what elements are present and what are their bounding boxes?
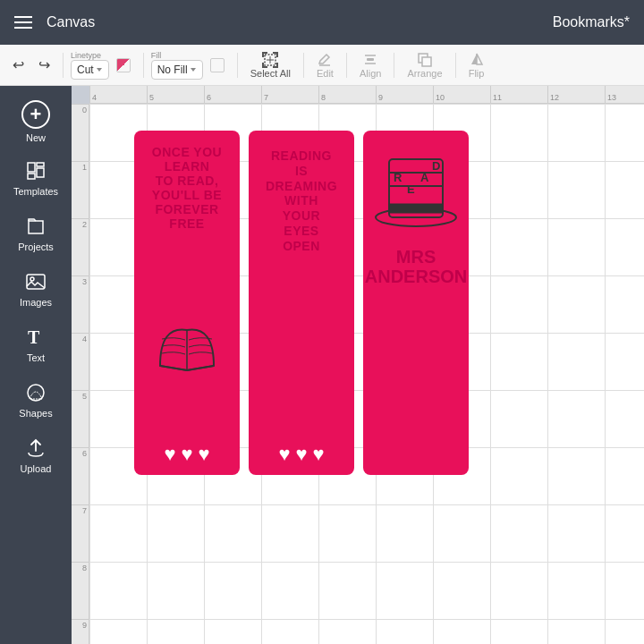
redo-button[interactable]: ↪	[33, 53, 55, 77]
select-all-label: Select All	[250, 68, 291, 79]
templates-label: Templates	[13, 186, 58, 197]
flip-label: Flip	[469, 68, 485, 79]
svg-marker-0	[97, 68, 102, 72]
svg-marker-11	[477, 54, 482, 64]
toolbar-separator-4	[303, 53, 304, 78]
linetype-dropdown-arrow-icon	[96, 66, 103, 73]
bookmark-card-1[interactable]: ONCE YOULEARNTO READ,YOU'LL BEFOREVERFRE…	[134, 131, 240, 475]
toolbar-separator-2	[143, 53, 144, 78]
bookmark-3-hat-area: R E A D	[370, 141, 462, 240]
flip-button[interactable]: Flip	[463, 50, 490, 80]
sidebar-item-shapes[interactable]: Shapes	[0, 372, 72, 428]
align-label: Align	[360, 68, 381, 79]
arrange-icon	[417, 52, 433, 68]
projects-label: Projects	[18, 242, 54, 252]
bookmark-2-hearts: ♥ ♥ ♥	[278, 443, 324, 466]
svg-marker-12	[471, 54, 477, 64]
hamburger-menu[interactable]	[14, 16, 32, 29]
undo-button[interactable]: ↩	[7, 53, 30, 77]
svg-rect-7	[367, 58, 374, 61]
svg-rect-10	[422, 57, 431, 66]
align-icon	[362, 52, 378, 68]
edit-button[interactable]: Edit	[311, 50, 339, 80]
sidebar-item-text[interactable]: T Text	[0, 317, 72, 372]
shapes-label: Shapes	[19, 408, 52, 419]
toolbar-separator-3	[237, 53, 238, 78]
images-label: Images	[20, 297, 52, 308]
fill-dropdown[interactable]: No Fill	[151, 60, 203, 80]
linetype-dropdown[interactable]: Cut	[71, 60, 109, 80]
select-all-button[interactable]: Select All	[245, 50, 296, 80]
canvas-area[interactable]: 4 5 6 7 8 9 10 11 12 13 0 1 2 3 4 5 6	[72, 86, 644, 644]
edit-label: Edit	[317, 68, 334, 79]
bookmark-1-image	[151, 232, 223, 464]
bookmarks-container: ONCE YOULEARNTO READ,YOU'LL BEFOREVERFRE…	[134, 131, 469, 475]
arrange-label: Arrange	[407, 68, 442, 79]
align-button[interactable]: Align	[354, 50, 386, 80]
new-plus-icon: +	[21, 100, 50, 129]
main-layout: + New Templates Projects	[0, 86, 644, 644]
svg-point-14	[30, 277, 34, 281]
sidebar: + New Templates Projects	[0, 86, 72, 644]
sidebar-item-projects[interactable]: Projects	[0, 206, 72, 261]
hat-icon: R E A D	[371, 141, 461, 240]
ruler-left: 0 1 2 3 4 5 6 7 8 9	[72, 104, 89, 644]
bookmark-1-hearts: ♥ ♥ ♥	[164, 443, 209, 466]
toolbar-separator-5	[346, 53, 347, 78]
bookmark-2-text: READINGISDREAMINGWITHYOUREYESOPEN	[266, 148, 337, 464]
projects-icon	[24, 215, 47, 238]
upload-label: Upload	[21, 463, 52, 474]
toolbar-separator-7	[455, 53, 456, 78]
fill-value: No Fill	[157, 64, 188, 76]
upload-icon	[24, 436, 47, 460]
select-all-icon	[262, 52, 278, 68]
svg-text:R: R	[394, 171, 402, 184]
fill-color-swatch[interactable]	[210, 58, 225, 72]
fill-label: Fill	[151, 51, 162, 60]
sidebar-item-templates[interactable]: Templates	[0, 150, 72, 206]
svg-text:D: D	[432, 159, 440, 173]
top-bar: Canvas Bookmarks*	[0, 0, 644, 45]
arrange-button[interactable]: Arrange	[402, 50, 447, 80]
edit-icon	[317, 52, 333, 68]
grid-canvas: ONCE YOULEARNTO READ,YOU'LL BEFOREVERFRE…	[89, 104, 644, 644]
svg-text:A: A	[420, 171, 429, 184]
svg-text:T: T	[28, 327, 40, 347]
new-label: New	[26, 132, 46, 143]
linetype-color-swatch[interactable]	[116, 58, 131, 72]
flip-icon	[469, 52, 485, 68]
images-icon	[24, 270, 47, 293]
svg-marker-1	[191, 68, 196, 72]
toolbar: ↩ ↪ Linetype Cut Fill No Fill Select All…	[0, 45, 644, 86]
toolbar-separator-6	[394, 53, 394, 78]
canvas-title: Canvas	[47, 14, 95, 30]
linetype-label: Linetype	[71, 51, 101, 60]
new-button[interactable]: + New	[0, 93, 72, 150]
toolbar-separator-1	[63, 53, 64, 78]
bookmark-card-2[interactable]: READINGISDREAMINGWITHYOUREYESOPEN ♥ ♥ ♥	[249, 131, 354, 475]
bookmark-3-text: MRSANDERSON	[365, 247, 467, 286]
text-label: Text	[27, 352, 45, 363]
ruler-top: 4 5 6 7 8 9 10 11 12 13	[89, 86, 644, 104]
text-icon: T	[24, 326, 47, 349]
bookmark-1-text: ONCE YOULEARNTO READ,YOU'LL BEFOREVERFRE…	[152, 145, 222, 232]
sidebar-item-images[interactable]: Images	[0, 261, 72, 317]
book-icon	[151, 317, 223, 379]
svg-rect-19	[389, 204, 443, 213]
svg-text:E: E	[407, 182, 415, 196]
templates-icon	[24, 159, 47, 182]
bookmark-card-3[interactable]: R E A D MRSANDERSON	[363, 131, 469, 475]
fill-dropdown-arrow-icon	[190, 66, 197, 73]
linetype-value: Cut	[77, 64, 94, 76]
sidebar-item-upload[interactable]: Upload	[0, 428, 72, 483]
shapes-icon	[24, 381, 47, 404]
bookmarks-title: Bookmarks*	[553, 14, 630, 30]
